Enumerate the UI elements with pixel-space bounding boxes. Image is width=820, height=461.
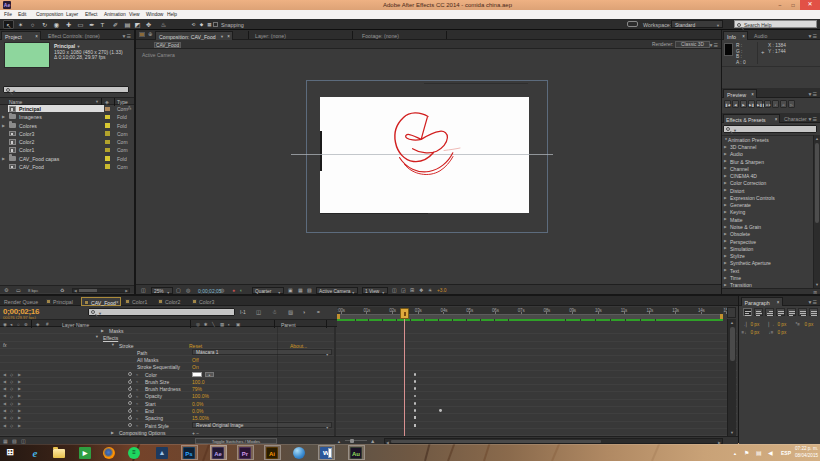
project-hscrollbar[interactable]: ◀ ▶ — [72, 288, 130, 293]
effects-category-row[interactable]: ▶3D Channel — [722, 143, 813, 150]
label-swatch[interactable] — [105, 131, 110, 136]
time-ruler[interactable]: :00s01s02s03s04s05s06s07s08s09s10s11s12s… — [337, 307, 723, 319]
value-dropdown[interactable]: Máscara 1▼ — [192, 349, 332, 355]
region-of-interest-icon[interactable]: ▣ — [288, 287, 293, 293]
twirl-icon[interactable]: ▶ — [724, 210, 727, 214]
prev-keyframe-icon[interactable]: ◀ — [3, 415, 6, 420]
brush-tool-icon[interactable]: ✐ — [110, 20, 121, 29]
twirl-icon[interactable]: ▶ — [724, 268, 727, 272]
timeline-row-compositing-options[interactable]: ▶Compositing Options+ − — [0, 429, 737, 436]
twirl-icon[interactable]: ▶ — [724, 174, 727, 178]
menu-layer[interactable]: Layer — [66, 12, 78, 17]
keyframe-toggle-icon[interactable]: ◇ — [10, 386, 13, 391]
add-remove-buttons[interactable]: + − — [192, 430, 199, 436]
timeline-row-start[interactable]: ◀◇▶≈Start0.0% — [0, 400, 737, 407]
breadcrumb-comp-button[interactable]: CAV_Food — [154, 42, 181, 49]
pan-behind-tool-icon[interactable]: ✚ — [63, 20, 74, 29]
maximize-button[interactable]: □ — [787, 2, 799, 9]
keyframe-circle[interactable] — [414, 373, 417, 376]
justify-last-right-button[interactable] — [798, 308, 807, 316]
effects-category-row[interactable]: ▶CINEMA 4D — [722, 172, 813, 179]
twirl-icon[interactable]: ▶ — [724, 181, 727, 185]
hand-tool-icon[interactable]: ✶ — [15, 20, 26, 29]
3d-view-dropdown[interactable]: Active Camera▼ — [316, 287, 358, 294]
photoshop[interactable]: Ps — [183, 447, 195, 459]
property-value[interactable]: 0.0% — [192, 401, 203, 407]
twirl-icon[interactable]: ▶ — [724, 203, 727, 207]
menu-composition[interactable]: Composition — [36, 12, 63, 17]
audition[interactable]: Au — [350, 447, 362, 459]
stopwatch-icon[interactable] — [128, 409, 132, 413]
justify-all-button[interactable] — [809, 308, 818, 316]
draft-3d-icon[interactable]: ◫ — [256, 309, 261, 315]
tab-layer[interactable]: Layer: (none) — [255, 33, 286, 39]
timeline-row-brush-size[interactable]: ◀◇▶≈Brush Size100.0 — [0, 378, 737, 385]
project-item-row[interactable]: PrincipalCom⁂ — [0, 105, 134, 113]
next-keyframe-icon[interactable]: ▶ — [18, 415, 21, 420]
panel-menu-icon[interactable]: ▼☰ — [709, 42, 718, 48]
scroll-down-icon[interactable]: ▼ — [815, 282, 819, 287]
stopwatch-icon[interactable] — [128, 380, 132, 384]
twirl-icon[interactable]: ▶ — [724, 217, 727, 221]
spotify[interactable]: ≡ — [128, 447, 140, 459]
panel-menu-icon[interactable]: ▼☰ — [808, 91, 817, 97]
prev-keyframe-icon[interactable]: ◀ — [3, 372, 6, 377]
loop-button[interactable]: ♪ — [772, 100, 779, 108]
tab-composition-close-icon[interactable]: × — [227, 34, 230, 39]
sync-settings-icon[interactable] — [627, 21, 638, 27]
label-swatch[interactable] — [105, 148, 110, 153]
property-value[interactable]: 79% — [192, 386, 202, 392]
color-depth-button[interactable]: 8 bpc — [28, 288, 38, 293]
dark-blue-app[interactable]: ▲ — [156, 447, 168, 459]
effects-category-row[interactable]: ▶Channel — [722, 165, 813, 172]
timeline-tab-render-queue[interactable]: Render Queue — [2, 297, 42, 306]
project-item-row[interactable]: Color1Com — [0, 146, 134, 154]
reset-exposure-icon[interactable]: ◐ — [240, 287, 243, 293]
label-swatch[interactable] — [105, 140, 110, 145]
prev-keyframe-icon[interactable]: ◀ — [3, 393, 6, 398]
keyframe-toggle-icon[interactable]: ◇ — [10, 408, 13, 413]
menu-file[interactable]: File — [4, 12, 12, 17]
project-item-row[interactable]: Color3Com — [0, 129, 134, 137]
twirl-icon[interactable]: ▶ — [724, 254, 727, 258]
shuttle-button[interactable]: ▷ — [788, 100, 795, 108]
shy-layers-icon[interactable]: ☃ — [272, 309, 277, 315]
puppet-pin-tool-icon[interactable]: ♨ — [158, 20, 169, 29]
volume-icon[interactable]: ◀ — [768, 449, 773, 456]
timeline-row-masks[interactable]: ▶Masks — [0, 327, 737, 334]
indent-first-line-value[interactable]: 0 px — [805, 322, 814, 327]
menu-view[interactable]: View — [129, 12, 140, 17]
panel-menu-icon[interactable]: ▼☰ — [808, 116, 817, 122]
view-layout-dropdown[interactable]: 1 View▼ — [362, 287, 388, 294]
twirl-icon[interactable]: ▶ — [724, 152, 727, 156]
panel-divider[interactable] — [721, 30, 723, 294]
stopwatch-icon[interactable] — [128, 387, 132, 391]
clock-date[interactable]: 08/04/2015 — [795, 453, 818, 458]
twirl-icon[interactable]: ▶ — [724, 166, 727, 170]
keyframe-square[interactable] — [414, 424, 417, 427]
timeline-row-all-masks[interactable]: All MasksOff — [0, 356, 737, 363]
label-swatch[interactable] — [105, 164, 110, 169]
effects-category-row[interactable]: * Animation Presets — [722, 136, 813, 143]
action-center-icon[interactable]: ⚑ — [744, 449, 749, 456]
color-swatch[interactable] — [192, 372, 202, 377]
effects-category-row[interactable]: ▶Audio — [722, 150, 813, 157]
close-button[interactable]: ✕ — [800, 0, 820, 10]
effects-category-row[interactable]: ▶Text — [722, 267, 813, 274]
effects-category-row[interactable]: ▶Synthetic Aperture — [722, 259, 813, 266]
twirl-icon[interactable]: ▶ — [724, 225, 727, 229]
tab-dropdown-icon[interactable]: ▼ — [220, 34, 224, 39]
space-before-value[interactable]: 0 px — [751, 330, 760, 335]
selection-tool-icon[interactable]: ↖ — [3, 20, 14, 29]
timeline-row-effects[interactable]: ▼Effects — [0, 334, 737, 341]
timeline-row-end[interactable]: ◀◇▶≈End0.0% — [0, 407, 737, 414]
menu-help[interactable]: Help — [167, 12, 177, 17]
prev-keyframe-icon[interactable]: ◀ — [3, 408, 6, 413]
help-search-input[interactable]: Search Help — [734, 20, 817, 28]
first-frame-button[interactable]: ❚◀ — [724, 100, 731, 108]
pixel-aspect-icon[interactable]: ◫ — [392, 287, 397, 293]
firefox[interactable] — [103, 447, 115, 459]
sort-icon[interactable]: ▼ — [95, 99, 99, 104]
panel-divider[interactable] — [134, 30, 136, 294]
scroll-thumb[interactable] — [391, 440, 601, 444]
